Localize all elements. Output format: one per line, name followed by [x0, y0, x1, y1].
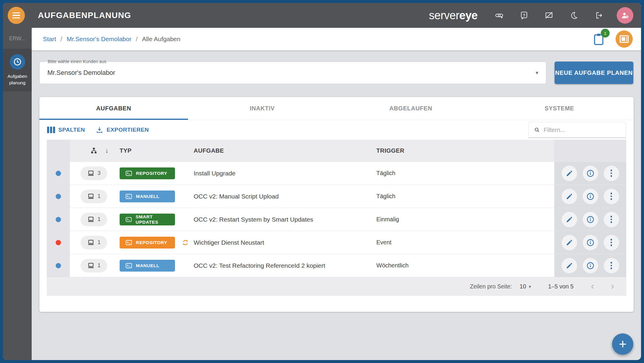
info-button[interactable] — [583, 212, 598, 227]
trigger-value: Event — [371, 231, 554, 254]
terminal-icon — [126, 240, 132, 245]
info-icon — [586, 192, 595, 201]
device-count-chip[interactable]: 3 — [81, 167, 107, 180]
actions-cell — [554, 162, 626, 185]
device-count-chip[interactable]: 1 — [81, 213, 107, 226]
user-avatar-button[interactable] — [617, 7, 633, 24]
sidebar-item-aufgabenplanung[interactable]: Aufgaben planung — [3, 49, 32, 91]
info-button[interactable] — [583, 166, 598, 181]
edit-button[interactable] — [562, 189, 577, 204]
breadcrumb-customer[interactable]: Mr.Sensor's Demolabor — [67, 36, 131, 43]
link-plus-icon[interactable] — [495, 11, 504, 20]
header-status-column — [47, 140, 70, 162]
table-body: 3 REPOSITORY Install Upgrade Täg — [47, 162, 626, 277]
more-options-button[interactable] — [604, 258, 619, 273]
header-trigger[interactable]: TRIGGER — [371, 140, 554, 162]
chevron-down-icon: ▾ — [529, 284, 531, 289]
device-count: 3 — [97, 170, 100, 176]
table-row[interactable]: 1 MANUELL OCC v2: Test Refactoring R — [47, 254, 626, 277]
more-options-button[interactable] — [604, 212, 619, 227]
header-actions-column — [554, 140, 626, 162]
new-task-button[interactable]: NEUE AUFGABE PLANEN — [555, 62, 633, 84]
screen-view-button[interactable] — [616, 30, 633, 48]
customer-select[interactable]: Bitte wähle einen Kunden aus Mr.Sensor's… — [39, 62, 546, 84]
info-button[interactable] — [583, 235, 598, 250]
terminal-icon — [126, 217, 132, 222]
pagination-range: 1–5 von 5 — [548, 283, 574, 290]
tab-inaktiv[interactable]: INAKTIV — [188, 97, 337, 120]
filter-box — [528, 122, 626, 138]
status-dot — [56, 194, 61, 199]
chevron-down-icon: ▾ — [536, 70, 538, 76]
terminal-icon — [126, 194, 132, 199]
table-row[interactable]: 1 REPOSITORY Wichtiger Dienst Neusta — [47, 231, 626, 254]
more-vert-icon — [611, 239, 612, 246]
more-vert-icon — [611, 262, 612, 269]
filter-input[interactable] — [544, 127, 622, 133]
next-page-button[interactable] — [608, 283, 616, 291]
task-type-badge: REPOSITORY — [120, 237, 175, 249]
status-dot — [56, 171, 61, 176]
main-content: Start / Mr.Sensor's Demolabor / Alle Auf… — [32, 28, 641, 360]
dark-mode-moon-icon[interactable] — [569, 11, 578, 20]
columns-button[interactable]: SPALTEN — [47, 127, 85, 133]
more-options-button[interactable] — [604, 166, 619, 181]
search-icon — [534, 126, 540, 133]
help-icon[interactable]: ? — [520, 11, 529, 20]
export-button[interactable]: EXPORTIEREN — [96, 126, 149, 134]
tab-systeme[interactable]: SYSTEME — [485, 97, 634, 120]
screen-icon — [619, 34, 629, 44]
task-name: OCC v2: Test Refactoring ReferenceId 2 k… — [192, 254, 371, 277]
customer-select-label: Bitte wähle einen Kunden aus — [46, 59, 108, 64]
tab-abgelaufen[interactable]: ABGELAUFEN — [337, 97, 485, 120]
devices-cell: 1 — [70, 185, 118, 208]
sidebar-item-label: Aufgaben planung — [7, 73, 27, 86]
info-button[interactable] — [583, 258, 598, 273]
monitor-off-icon[interactable] — [545, 11, 553, 20]
pagination-nav — [589, 283, 616, 291]
status-dot — [56, 240, 61, 245]
header-typ[interactable]: TYP — [118, 140, 192, 162]
devices-cell: 1 — [70, 231, 118, 254]
hamburger-menu-button[interactable] — [8, 7, 25, 24]
user-gear-icon — [620, 10, 630, 20]
task-type-badge: SMART UPDATES — [120, 214, 175, 225]
task-type-label: SMART UPDATES — [136, 214, 175, 225]
edit-button[interactable] — [562, 212, 577, 227]
tab-bar: AUFGABEN INAKTIV ABGELAUFEN SYSTEME — [39, 97, 634, 120]
logout-icon[interactable] — [594, 11, 603, 20]
typ-cell: REPOSITORY — [118, 231, 192, 254]
info-button[interactable] — [583, 189, 598, 204]
header-devices-column[interactable]: ↓ — [70, 140, 118, 162]
edit-button[interactable] — [562, 166, 577, 181]
table-row[interactable]: 1 MANUELL OCC v2: Manual Script Uplo — [47, 185, 626, 208]
tab-aufgaben[interactable]: AUFGABEN — [39, 97, 188, 120]
edit-button[interactable] — [562, 258, 577, 273]
task-type-badge: REPOSITORY — [120, 167, 175, 179]
pencil-icon — [566, 262, 573, 270]
task-type-label: MANUELL — [136, 194, 159, 199]
info-icon — [586, 169, 595, 178]
device-count-chip[interactable]: 1 — [81, 236, 107, 249]
clipboard-button[interactable]: 1 — [592, 32, 605, 46]
previous-page-button[interactable] — [589, 283, 597, 291]
svg-text:?: ? — [523, 13, 525, 17]
table-row[interactable]: 3 REPOSITORY Install Upgrade Täg — [47, 162, 626, 185]
more-options-button[interactable] — [604, 189, 619, 204]
info-icon — [586, 238, 595, 247]
pagination-bar: Zeilen pro Seite: 10 ▾ 1–5 von 5 — [47, 277, 626, 296]
table-row[interactable]: 1 SMART UPDATES OCC v2: Restart Syst — [47, 208, 626, 231]
device-count-chip[interactable]: 1 — [81, 190, 107, 203]
breadcrumb-start[interactable]: Start — [43, 36, 56, 43]
trigger-value: Einmalig — [371, 208, 554, 231]
more-options-button[interactable] — [604, 235, 619, 250]
device-count: 1 — [97, 262, 100, 269]
rows-per-page-select[interactable]: 10 ▾ — [520, 283, 531, 290]
device-count-chip[interactable]: 1 — [81, 259, 107, 272]
edit-button[interactable] — [562, 235, 577, 250]
table-header-row: ↓ TYP AUFGABE TRIGGER — [47, 140, 626, 162]
add-task-fab[interactable]: + — [612, 333, 633, 355]
sort-descending-icon[interactable]: ↓ — [105, 147, 109, 154]
actions-cell — [554, 185, 626, 208]
header-aufgabe[interactable]: AUFGABE — [192, 140, 371, 162]
